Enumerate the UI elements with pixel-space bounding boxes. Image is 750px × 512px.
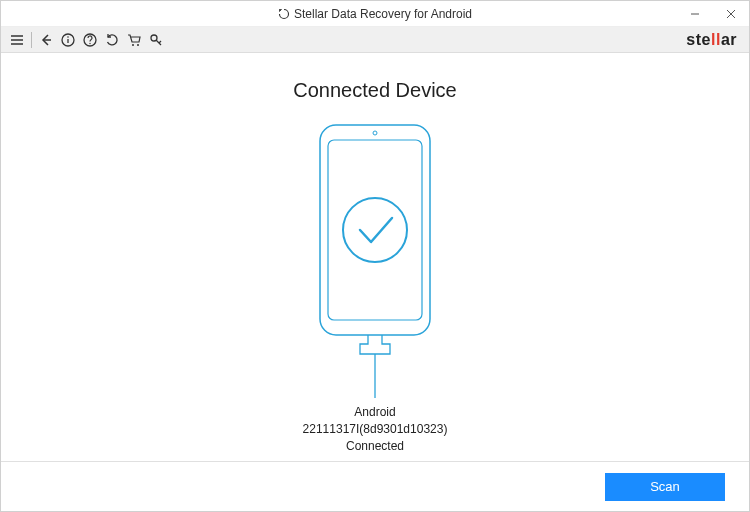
close-button[interactable] xyxy=(713,1,749,27)
svg-rect-17 xyxy=(320,125,430,335)
brand-mid: ll xyxy=(711,31,721,48)
menu-icon[interactable] xyxy=(7,30,27,50)
toolbar: stellar xyxy=(1,27,749,53)
device-status: Connected xyxy=(303,438,448,455)
device-info: Android 22111317I(8d9301d10323) Connecte… xyxy=(303,404,448,454)
device-os: Android xyxy=(303,404,448,421)
minimize-button[interactable] xyxy=(677,1,713,27)
app-window: Stellar Data Recovery for Android xyxy=(0,0,750,512)
refresh-icon[interactable] xyxy=(102,30,122,50)
scan-button[interactable]: Scan xyxy=(605,473,725,501)
svg-point-13 xyxy=(137,44,139,46)
svg-point-12 xyxy=(132,44,134,46)
page-title: Connected Device xyxy=(293,79,456,102)
brand-post: ar xyxy=(721,31,737,48)
svg-point-11 xyxy=(89,42,90,43)
svg-point-20 xyxy=(343,198,407,262)
back-icon[interactable] xyxy=(36,30,56,50)
brand-logo: stellar xyxy=(686,31,743,49)
window-controls xyxy=(677,1,749,27)
cart-icon[interactable] xyxy=(124,30,144,50)
footer: Scan xyxy=(1,461,749,511)
toolbar-separator xyxy=(31,32,32,48)
svg-point-8 xyxy=(67,36,69,38)
svg-point-19 xyxy=(373,131,377,135)
svg-line-16 xyxy=(159,41,161,43)
app-icon xyxy=(278,8,290,20)
device-illustration: Android 22111317I(8d9301d10323) Connecte… xyxy=(300,120,450,454)
key-icon[interactable] xyxy=(146,30,166,50)
titlebar: Stellar Data Recovery for Android xyxy=(1,1,749,27)
device-id: 22111317I(8d9301d10323) xyxy=(303,421,448,438)
phone-icon xyxy=(300,120,450,400)
window-title-text: Stellar Data Recovery for Android xyxy=(294,7,472,21)
window-title: Stellar Data Recovery for Android xyxy=(278,7,472,21)
brand-pre: ste xyxy=(686,31,711,48)
help-icon[interactable] xyxy=(80,30,100,50)
info-icon[interactable] xyxy=(58,30,78,50)
main-content: Connected Device Android 22111317I(8d930… xyxy=(1,53,749,461)
toolbar-left xyxy=(7,30,166,50)
